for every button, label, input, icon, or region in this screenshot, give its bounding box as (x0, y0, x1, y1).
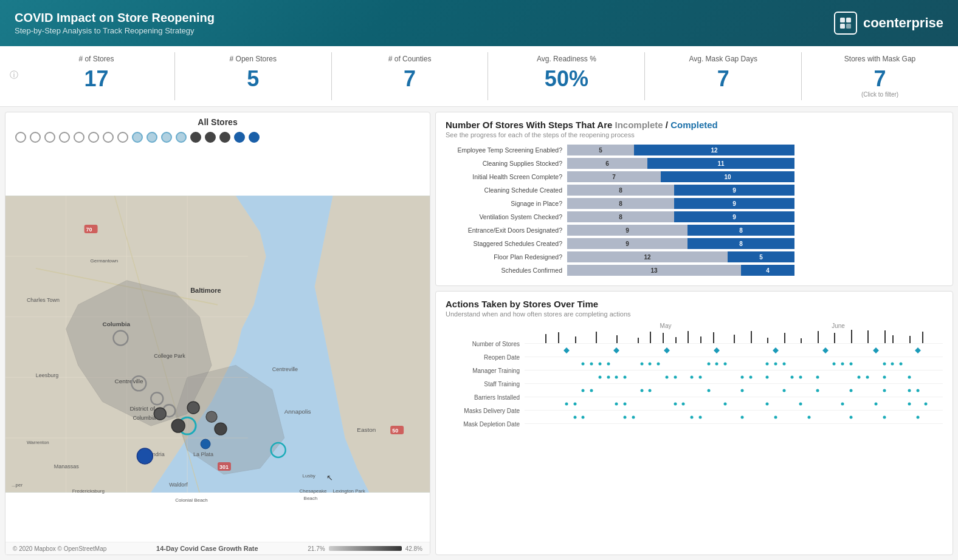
bar-complete-8: 5 (728, 251, 794, 262)
bar-incomplete-9: 13 (567, 265, 741, 276)
timeline-dot (724, 402, 727, 405)
kpi-value-3: 50% (495, 68, 637, 90)
timeline-dot (782, 362, 785, 365)
timeline-panel: Actions Taken by Stores Over Time Unders… (435, 291, 953, 555)
store-dot-6[interactable] (103, 132, 114, 143)
kpi-value-0: 17 (26, 68, 167, 90)
timeline-dot (590, 389, 593, 392)
kpi-item-5[interactable]: Stores with Mask Gap7(Click to filter) (802, 52, 958, 100)
store-dot-1[interactable] (30, 132, 41, 143)
svg-text:District of: District of (129, 405, 155, 412)
store-dot-16[interactable] (249, 132, 260, 143)
timeline-dot (841, 362, 844, 365)
svg-text:Fredericksburg: Fredericksburg (72, 488, 105, 494)
bar-label-7: Staggered Schedules Created? (446, 240, 567, 247)
store-dot-12[interactable] (190, 132, 201, 143)
svg-text:Centreville: Centreville (114, 378, 143, 384)
bar-complete-3: 9 (674, 185, 794, 196)
store-dot-7[interactable] (117, 132, 128, 143)
bar-container-6: 9 8 (567, 225, 943, 236)
timeline-dot (916, 389, 919, 392)
bar-incomplete-4: 8 (567, 198, 674, 209)
timeline-dot (691, 375, 694, 378)
timeline-bar (922, 332, 923, 343)
timeline-diamond (773, 347, 779, 353)
legend-min: 21.7% (308, 545, 325, 552)
store-dot-2[interactable] (44, 132, 55, 143)
bar-incomplete-3: 8 (567, 185, 674, 196)
store-dot-9[interactable] (146, 132, 157, 143)
timeline-dot (883, 375, 886, 378)
kpi-sub-5: (Click to filter) (809, 91, 951, 98)
timeline-dot (640, 362, 643, 365)
timeline-bar (713, 332, 714, 343)
svg-text:La Plata: La Plata (193, 451, 213, 457)
svg-text:...per: ...per (12, 482, 23, 488)
store-dot-8[interactable] (132, 132, 143, 143)
timeline-dot (791, 375, 794, 378)
timeline-dot (565, 402, 568, 405)
store-dot-15[interactable] (234, 132, 245, 143)
timeline-chart: May June (525, 323, 943, 541)
kpi-label-4: Avg. Mask Gap Days (652, 55, 794, 64)
timeline-dot (624, 415, 627, 418)
store-dot-11[interactable] (176, 132, 187, 143)
store-dot-14[interactable] (219, 132, 230, 143)
kpi-value-2: 7 (339, 68, 481, 90)
store-dot-3[interactable] (59, 132, 70, 143)
timeline-dot (916, 415, 919, 418)
timeline-label-4: Barriers Installed (446, 391, 525, 404)
info-icon[interactable]: ⓘ (0, 70, 18, 81)
store-dot-13[interactable] (205, 132, 216, 143)
timeline-diamond (664, 347, 670, 353)
kpi-value-1: 5 (182, 68, 324, 90)
timeline-bar (616, 335, 618, 343)
timeline-bar (663, 333, 664, 343)
svg-text:Germantown: Germantown (91, 258, 119, 264)
timeline-bar (734, 335, 735, 343)
timeline-dot (799, 375, 802, 378)
timeline-dot (740, 389, 743, 392)
svg-point-57 (187, 401, 199, 414)
bar-container-1: 6 11 (567, 158, 943, 169)
timeline-bar (851, 330, 852, 343)
timeline-dot (649, 362, 652, 365)
timeline-dot (674, 402, 677, 405)
bar-label-1: Cleaning Supplies Stocked? (446, 160, 567, 167)
timeline-dot (841, 402, 844, 405)
store-dot-10[interactable] (161, 132, 172, 143)
kpi-item-1: # Open Stores5 (175, 52, 332, 100)
map-container[interactable]: Charles Town Leesburg Warrenton ...per G… (5, 146, 430, 542)
legend-bar: 21.7% 42.8% (308, 545, 422, 552)
timeline-diamond (873, 347, 879, 353)
timeline-dot (774, 415, 777, 418)
kpi-label-1: # Open Stores (182, 55, 324, 64)
timeline-month-may: May (579, 323, 752, 329)
store-dots-row (5, 129, 430, 146)
timeline-month-june: June (752, 323, 925, 329)
timeline-dot (900, 362, 903, 365)
timeline-dot (682, 402, 685, 405)
right-panel: Number Of Stores With Steps That Are Inc… (435, 107, 958, 560)
timeline-label-6: Mask Depletion Date (446, 417, 525, 431)
header: COVID Impact on Store Reopening Step-by-… (0, 0, 958, 46)
header-title-block: COVID Impact on Store Reopening Step-by-… (15, 11, 215, 35)
timeline-months: May June (525, 323, 943, 329)
bar-row-6: Entrance/Exit Doors Designated? 9 8 (446, 225, 943, 236)
timeline-dot (691, 415, 694, 418)
svg-text:Leesburg: Leesburg (36, 372, 58, 378)
timeline-data-row-1 (525, 344, 943, 357)
legend-max: 42.8% (405, 545, 422, 552)
timeline-dot (707, 389, 710, 392)
bar-label-4: Signage in Place? (446, 200, 567, 207)
timeline-title: Actions Taken by Stores Over Time (446, 299, 943, 309)
svg-text:Chesapeake: Chesapeake (300, 488, 327, 494)
store-dot-0[interactable] (15, 132, 26, 143)
svg-point-56 (171, 419, 185, 432)
store-dot-5[interactable] (88, 132, 99, 143)
store-dot-4[interactable] (74, 132, 84, 143)
timeline-dot (740, 375, 743, 378)
bar-row-3: Cleaning Schedule Created 8 9 (446, 185, 943, 196)
bar-label-8: Floor Plan Redesigned? (446, 253, 567, 261)
bar-container-3: 8 9 (567, 185, 943, 196)
